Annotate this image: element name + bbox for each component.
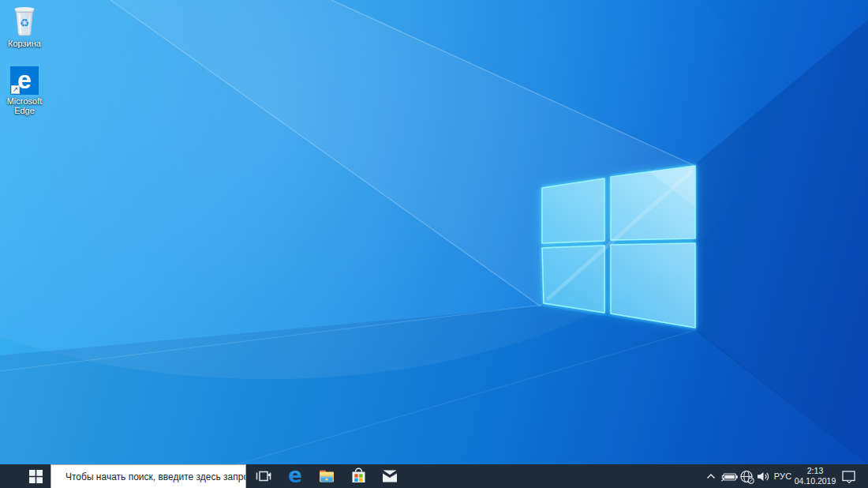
clock-date: 04.10.2019 — [795, 476, 836, 486]
search-placeholder: Чтобы начать поиск, введите здесь запрос — [65, 471, 246, 482]
battery-charging-icon — [720, 467, 739, 486]
shortcut-arrow-badge: ↗ — [11, 85, 20, 94]
battery-status-button[interactable] — [720, 464, 739, 488]
svg-text:♻: ♻ — [20, 17, 30, 29]
speaker-icon — [755, 468, 772, 485]
task-view-button[interactable] — [248, 464, 279, 488]
yellow-folder-icon — [317, 467, 336, 486]
recycle-bin-icon: ♻ — [11, 4, 38, 37]
desktop-icon-microsoft-edge[interactable]: e ↗ Microsoft Edge — [2, 66, 47, 115]
start-button[interactable] — [0, 464, 51, 488]
task-view-icon — [255, 467, 272, 485]
windows-10-desktop: ♻ Корзина e ↗ Microsoft Edge Чтобы начат… — [0, 0, 868, 488]
volume-button[interactable] — [755, 464, 772, 488]
icon-label-recycle-bin: Корзина — [8, 39, 41, 48]
taskbar-app-mail[interactable] — [374, 464, 406, 488]
taskbar-app-microsoft-edge[interactable]: e — [279, 464, 311, 488]
clock-time: 2:13 — [807, 466, 823, 476]
taskbar-search-box[interactable]: Чтобы начать поиск, введите здесь запрос — [51, 464, 246, 488]
windows-flag-icon — [29, 470, 43, 483]
action-center-button[interactable] — [836, 464, 868, 488]
edge-tile: e ↗ — [10, 66, 39, 95]
store-bag-icon — [350, 467, 368, 486]
icon-label-microsoft-edge: Microsoft Edge — [2, 96, 47, 115]
network-status-button[interactable] — [739, 464, 755, 488]
taskbar-app-microsoft-store[interactable] — [342, 464, 374, 488]
taskbar-app-file-explorer[interactable] — [311, 464, 342, 488]
desktop-wallpaper[interactable] — [0, 0, 868, 464]
envelope-icon — [380, 467, 399, 486]
taskbar-clock[interactable]: 2:13 04.10.2019 — [794, 464, 836, 488]
language-indicator[interactable]: РУС — [772, 464, 794, 488]
chevron-up-icon — [705, 471, 716, 482]
desktop-icon-recycle-bin[interactable]: ♻ Корзина — [3, 4, 46, 48]
system-tray: РУС 2:13 04.10.2019 — [702, 464, 868, 488]
chat-bubble-icon — [840, 467, 857, 485]
show-hidden-icons-button[interactable] — [702, 464, 720, 488]
taskbar-apps: e — [248, 464, 406, 488]
globe-no-internet-icon — [739, 468, 755, 485]
taskbar: Чтобы начать поиск, введите здесь запрос — [0, 464, 868, 488]
edge-e-icon: e — [286, 466, 305, 486]
svg-text:e: e — [288, 464, 302, 487]
